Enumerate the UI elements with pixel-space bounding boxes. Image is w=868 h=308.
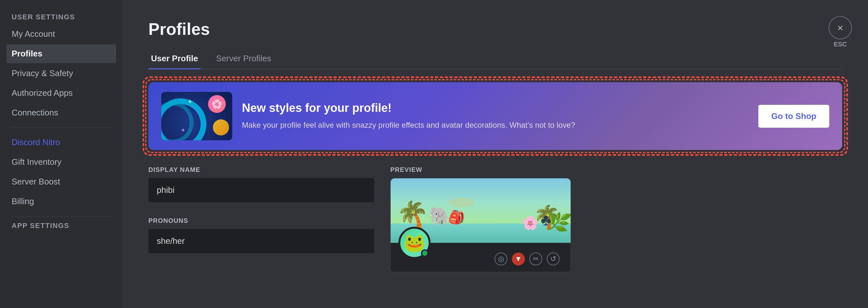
sidebar-item-label: Privacy & Safety: [11, 68, 73, 79]
sidebar-divider-1: [11, 127, 111, 128]
preview-card: 🌴 🌴 🌿 🐘 🎒 🌸 ♣: [390, 178, 571, 272]
sidebar: USER SETTINGS My Account Profiles Privac…: [0, 0, 123, 308]
sidebar-divider-2: [11, 216, 111, 216]
form-preview-container: DISPLAY NAME PRONOUNS PREVIEW 🌴 🌴 🌿: [148, 166, 842, 272]
promo-text-area: New styles for your profile! Make your p…: [242, 101, 745, 131]
sidebar-item-label: Gift Inventory: [11, 157, 62, 167]
go-to-shop-button[interactable]: Go to Shop: [758, 105, 829, 128]
sidebar-item-label: Connections: [11, 108, 58, 118]
sidebar-item-discord-nitro[interactable]: Discord Nitro: [6, 133, 116, 152]
sparkle-icon-2: ✦: [181, 127, 185, 134]
close-x-icon: ×: [837, 23, 843, 33]
preview-label: PREVIEW: [390, 166, 571, 174]
promo-banner-wrapper: 🌸 ✦ ✦ New styles for your profile! Make …: [148, 82, 842, 150]
sidebar-item-my-account[interactable]: My Account: [6, 25, 116, 43]
close-button[interactable]: ×: [829, 16, 852, 39]
sidebar-item-label: My Account: [11, 29, 55, 39]
user-settings-section-label: USER SETTINGS: [6, 13, 116, 21]
tab-user-profile[interactable]: User Profile: [148, 49, 200, 69]
esc-label: ESC: [829, 41, 852, 48]
sidebar-item-label: Authorized Apps: [11, 88, 72, 98]
promo-title: New styles for your profile!: [242, 101, 745, 115]
sidebar-item-profiles[interactable]: Profiles: [6, 44, 116, 63]
pronouns-label: PRONOUNS: [148, 217, 374, 224]
promo-art: 🌸 ✦ ✦: [161, 92, 232, 140]
sidebar-item-billing[interactable]: Billing: [6, 192, 116, 211]
sidebar-item-label: Billing: [11, 196, 34, 207]
promo-description: Make your profile feel alive with snazzy…: [242, 119, 745, 131]
page-title: Profiles: [148, 19, 842, 39]
sidebar-item-label: Profiles: [11, 49, 42, 59]
island-bg: [449, 198, 474, 207]
tab-server-profiles[interactable]: Server Profiles: [214, 49, 274, 69]
character-right: 🌸: [522, 215, 538, 230]
clover-icon: ♣: [540, 211, 551, 229]
tabs-container: User Profile Server Profiles: [148, 49, 842, 69]
tools-icon: ✂: [529, 252, 542, 266]
display-name-label: DISPLAY NAME: [148, 166, 374, 174]
sidebar-item-gift-inventory[interactable]: Gift Inventory: [6, 153, 116, 172]
main-content: × ESC Profiles User Profile Server Profi…: [123, 0, 868, 308]
pronouns-input[interactable]: [148, 229, 374, 253]
app-settings-section-label: APP SETTINGS: [6, 222, 116, 230]
ring-icon: ◎: [494, 252, 507, 266]
preview-bottom: 🐸 ◎ ▼ ✂ ↺: [391, 243, 570, 272]
sidebar-item-label: Server Boost: [11, 177, 60, 187]
sidebar-item-privacy-safety[interactable]: Privacy & Safety: [6, 64, 116, 83]
promo-banner: 🌸 ✦ ✦ New styles for your profile! Make …: [148, 82, 842, 150]
refresh-icon: ↺: [547, 252, 560, 266]
down-arrow-icon: ▼: [512, 252, 525, 266]
preview-panel: PREVIEW 🌴 🌴 🌿 🐘 🎒: [390, 166, 571, 272]
sidebar-item-server-boost[interactable]: Server Boost: [6, 172, 116, 191]
form-left: DISPLAY NAME PRONOUNS: [148, 166, 374, 265]
bag-icon: 🎒: [447, 209, 466, 226]
sidebar-item-connections[interactable]: Connections: [6, 103, 116, 122]
sidebar-item-authorized-apps[interactable]: Authorized Apps: [6, 84, 116, 102]
sidebar-item-label: Discord Nitro: [11, 137, 60, 147]
sparkle-icon-1: ✦: [187, 98, 193, 106]
display-name-input[interactable]: [148, 178, 374, 202]
avatar-container: 🐸: [398, 227, 431, 259]
status-dot-online: [421, 249, 429, 257]
